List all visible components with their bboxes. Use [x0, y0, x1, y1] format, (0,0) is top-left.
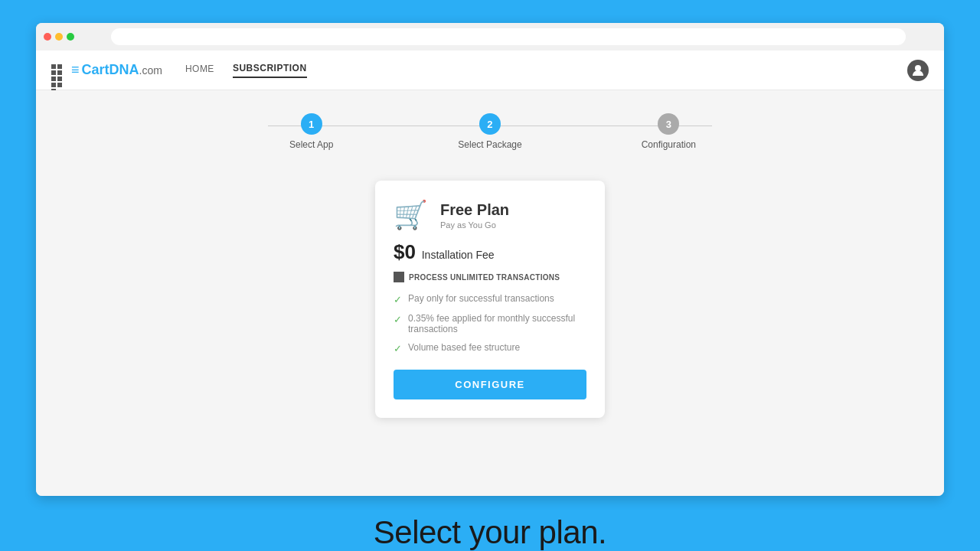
plan-subtitle: Pay as You Go — [440, 220, 509, 230]
step-1: 1 Select App — [222, 113, 400, 150]
check-icon-2: ✓ — [394, 314, 402, 325]
nav-home[interactable]: HOME — [185, 64, 214, 77]
avatar[interactable] — [907, 60, 929, 81]
cart-icon: 🛒 — [394, 199, 428, 231]
browser-top-bar — [36, 23, 944, 51]
step-2: 2 Select Package — [400, 113, 579, 150]
step-3-circle: 3 — [658, 113, 679, 135]
plan-price-amount: $0 — [394, 240, 416, 263]
feature-1: ✓ Pay only for successful transactions — [394, 293, 586, 305]
plan-price-label: Installation Fee — [422, 249, 495, 261]
logo-com: .com — [139, 64, 162, 77]
feature-3: ✓ Volume based fee structure — [394, 342, 586, 354]
check-icon-3: ✓ — [394, 343, 402, 354]
plan-card: 🛒 Free Plan Pay as You Go $0 Installatio… — [375, 181, 605, 418]
check-icon-1: ✓ — [394, 294, 402, 305]
step-3: 3 Configuration — [580, 113, 758, 150]
grid-icon — [51, 64, 64, 77]
plan-header: 🛒 Free Plan Pay as You Go — [394, 199, 586, 231]
step-3-label: Configuration — [642, 139, 696, 150]
logo-icon: ≡ — [71, 62, 80, 78]
minimize-dot — [55, 33, 63, 41]
logo: ≡ CartDNA .com — [71, 62, 162, 78]
main-content: 1 Select App 2 Select Package 3 Configur… — [36, 90, 944, 496]
plan-title-block: Free Plan Pay as You Go — [440, 201, 509, 230]
app-header: ≡ CartDNA .com HOME SUBSCRIPTION — [36, 51, 944, 90]
logo-cartdna: CartDNA — [82, 62, 139, 78]
step-1-label: Select App — [289, 139, 333, 150]
step-2-circle: 2 — [479, 113, 501, 135]
plan-title: Free Plan — [440, 201, 509, 219]
feature-2: ✓ 0.35% fee applied for monthly successf… — [394, 313, 586, 334]
stepper: 1 Select App 2 Select Package 3 Configur… — [222, 113, 758, 150]
nav-links: HOME SUBSCRIPTION — [185, 63, 307, 78]
maximize-dot — [67, 33, 74, 41]
step-2-label: Select Package — [458, 139, 521, 150]
plan-price: $0 Installation Fee — [394, 240, 586, 264]
bottom-caption: Select your plan. — [374, 514, 606, 551]
close-dot — [44, 33, 51, 41]
browser-window: ≡ CartDNA .com HOME SUBSCRIPTION 1 Sele — [36, 23, 944, 496]
nav-subscription[interactable]: SUBSCRIPTION — [233, 63, 307, 78]
svg-point-0 — [915, 65, 921, 71]
address-bar[interactable] — [111, 28, 906, 45]
plan-features: ✓ Pay only for successful transactions ✓… — [394, 293, 586, 354]
configure-button[interactable]: CONFIGURE — [394, 370, 586, 399]
plan-process-badge: PROCESS UNLIMITED TRANSACTIONS — [394, 272, 586, 282]
process-icon — [394, 272, 404, 282]
step-1-circle: 1 — [301, 113, 322, 135]
browser-controls — [44, 33, 74, 41]
